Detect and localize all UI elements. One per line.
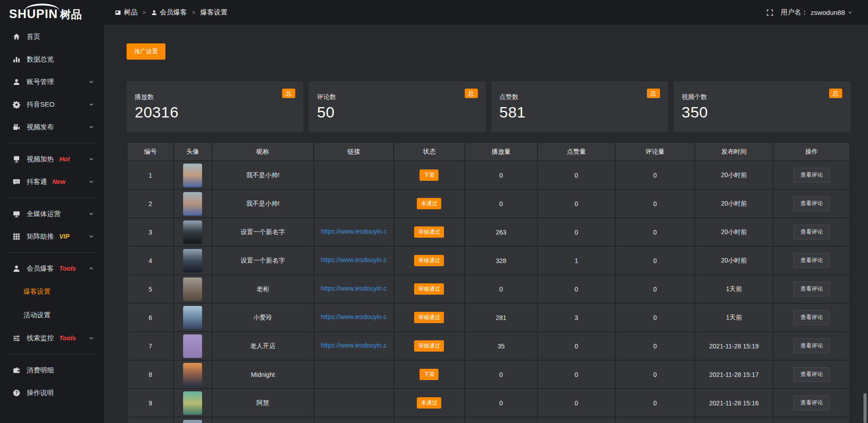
cell-number: 5 — [127, 275, 174, 303]
status-badge[interactable]: 未通过 — [417, 397, 441, 408]
video-link[interactable]: https://www.iesdouyin.c — [321, 342, 387, 349]
cell-comments: 0 — [615, 303, 695, 332]
chevron-down-icon — [89, 102, 94, 107]
billboard-icon — [13, 155, 20, 163]
sidebar-item-douyin-seo[interactable]: 抖音SEO — [0, 93, 104, 116]
video-link[interactable]: https://www.iesdouyin.c — [321, 313, 387, 320]
status-badge[interactable]: 下架 — [420, 169, 439, 180]
sidebar-item-video-heat[interactable]: 视频加热Hot — [0, 148, 104, 170]
sidebar-item-account-manage[interactable]: 账号管理 — [0, 70, 104, 93]
cell-time: 20小时前 — [695, 161, 773, 189]
sidebar-item-douketong[interactable]: 抖客通New — [0, 170, 104, 193]
sidebar-item-label: 首页 — [27, 33, 40, 41]
sidebar-subitem-1[interactable]: 活动设置 — [0, 303, 104, 327]
plays-count: 281 — [496, 314, 506, 321]
video-link[interactable]: https://www.iesdouyin.c — [321, 256, 387, 263]
sidebar-item-home[interactable]: 首页 — [0, 25, 104, 48]
row-number: 7 — [149, 343, 152, 350]
view-comments-button[interactable]: 查看评论 — [793, 367, 830, 382]
publish-time: 20小时前 — [721, 200, 747, 207]
brand-name-cn: 树品 — [60, 8, 82, 20]
cell-comments: 0 — [615, 218, 695, 246]
sidebar-item-consume-detail[interactable]: 消费明细 — [0, 359, 104, 381]
breadcrumb-separator: > — [142, 9, 146, 16]
view-comments-button[interactable]: 查看评论 — [793, 196, 830, 211]
cell-time: 2021-11-28 15:16 — [695, 389, 773, 417]
sidebar-item-label: 视频发布 — [27, 123, 54, 132]
cell-link: https://www.iesdouyin.c — [314, 218, 394, 246]
status-badge[interactable]: 审核通过 — [414, 340, 444, 351]
row-number: 3 — [149, 229, 152, 236]
likes-count: 0 — [575, 229, 578, 236]
breadcrumb-label: 会员爆客 — [160, 8, 187, 17]
sidebar-item-clue-monitor[interactable]: 线索监控Tools — [0, 327, 104, 349]
status-badge[interactable]: 审核通过 — [414, 255, 444, 266]
breadcrumb-item-2[interactable]: 爆客设置 — [200, 8, 227, 17]
breadcrumb-item-1[interactable]: 会员爆客 — [151, 8, 187, 17]
comments-count: 0 — [653, 343, 657, 350]
cell-nickname: Midnight — [212, 360, 314, 389]
cell-time: 2021-11-28 15:19 — [695, 332, 773, 360]
cell-plays: 328 — [465, 246, 538, 275]
view-comments-button[interactable]: 查看评论 — [793, 395, 830, 410]
cell-time: 1天前 — [695, 275, 773, 303]
view-comments-button[interactable]: 查看评论 — [793, 338, 830, 353]
video-link[interactable]: https://www.iesdouyin.c — [321, 228, 387, 235]
user-menu[interactable]: 用户名：zswodun88 — [781, 8, 853, 17]
view-comments-button[interactable]: 查看评论 — [793, 282, 830, 296]
sidebar-item-operation-help[interactable]: ?操作说明 — [0, 381, 104, 404]
status-badge[interactable]: 审核通过 — [414, 283, 444, 294]
status-badge[interactable]: 审核通过 — [414, 312, 444, 323]
view-comments-button[interactable]: 查看评论 — [793, 253, 830, 268]
status-badge[interactable]: 未通过 — [417, 198, 441, 209]
plays-count: 35 — [498, 343, 505, 350]
column-header: 状态 — [394, 142, 465, 161]
video-link[interactable]: https://www.iesdouyin.c — [321, 285, 387, 292]
sidebar-item-label: 会员爆客 — [27, 264, 54, 273]
breadcrumb-item-0[interactable]: 树品 — [115, 8, 137, 17]
cell-plays: 281 — [465, 303, 538, 332]
sidebar-subitem-0[interactable]: 爆客设置 — [0, 280, 104, 303]
status-badge[interactable]: 下架 — [420, 369, 439, 380]
brand-logo[interactable]: SHUPIN树品 — [0, 0, 104, 24]
avatar — [183, 164, 202, 187]
breadcrumb: 树品>会员爆客>爆客设置 — [115, 8, 227, 17]
sidebar-item-media-operation[interactable]: 全媒体运营 — [0, 202, 104, 225]
fullscreen-icon[interactable] — [766, 9, 774, 16]
stat-card-label: 视频个数 — [682, 93, 850, 101]
promo-settings-button[interactable]: 推广设置 — [127, 43, 165, 60]
stat-card-label: 播放数 — [135, 93, 303, 101]
cell-link — [314, 417, 394, 423]
cell-comments: 0 — [615, 332, 695, 360]
cell-link: https://www.iesdouyin.c — [314, 303, 394, 332]
sliders-icon — [13, 334, 20, 342]
table-row: 7老人开店https://www.iesdouyin.c审核通过35002021… — [127, 332, 850, 360]
avatar — [183, 249, 202, 273]
stat-card-value: 350 — [682, 103, 850, 121]
user-icon — [13, 78, 20, 86]
cell-number: 8 — [127, 360, 174, 389]
view-comments-button[interactable]: 查看评论 — [793, 310, 830, 325]
view-comments-button[interactable]: 查看评论 — [793, 168, 830, 183]
nickname: 我不是小帅! — [246, 171, 279, 179]
stat-cards: 播放数20316总评论数50总点赞数581总视频个数350总 — [127, 81, 850, 132]
cell-time: 20小时前 — [695, 189, 773, 218]
table-row: 9阿慧未通过0002021-11-28 15:16查看评论 — [127, 389, 850, 417]
chevron-down-icon — [848, 10, 853, 15]
sidebar-item-data-overview[interactable]: 数据总览 — [0, 48, 104, 70]
wallet-icon — [13, 367, 20, 374]
sidebar-item-video-publish[interactable]: 视频发布 — [0, 116, 104, 138]
cell-avatar — [174, 332, 212, 360]
sidebar-item-member-baoke[interactable]: 会员爆客Tools — [0, 257, 104, 280]
cell-action: 查看评论 — [773, 246, 850, 275]
status-badge[interactable]: 审核通过 — [414, 226, 444, 237]
sidebar-item-matrix-boost[interactable]: 矩阵助推VIP — [0, 225, 104, 248]
view-comments-button[interactable]: 查看评论 — [793, 225, 830, 240]
publish-time: 1天前 — [726, 285, 742, 292]
vertical-scrollbar-thumb[interactable] — [863, 393, 867, 423]
user-icon — [151, 9, 157, 16]
nickname: 阿慧 — [256, 399, 269, 406]
table-row: 1我不是小帅!下架00020小时前查看评论 — [127, 161, 850, 189]
cell-link — [314, 360, 394, 389]
likes-count: 0 — [575, 200, 578, 207]
